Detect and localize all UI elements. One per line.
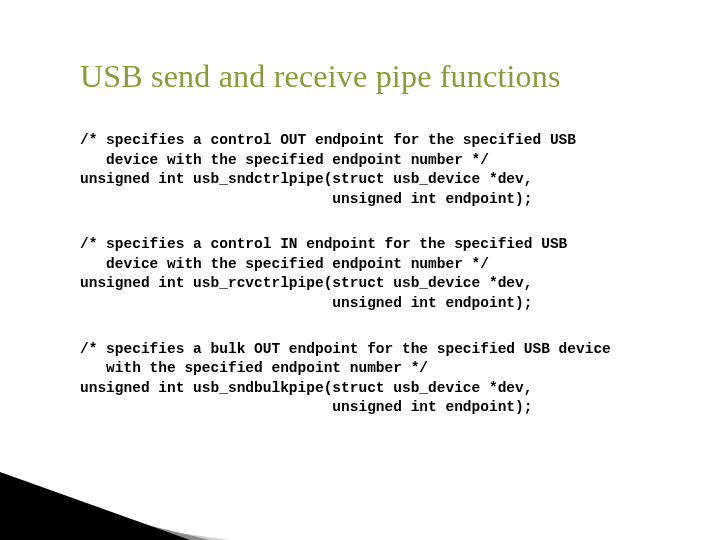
svg-marker-1: [0, 490, 210, 540]
svg-marker-0: [0, 508, 230, 540]
slide: USB send and receive pipe functions /* s…: [0, 0, 720, 540]
code-block-sndctrl: /* specifies a control OUT endpoint for …: [80, 131, 648, 209]
code-block-rcvctrl: /* specifies a control IN endpoint for t…: [80, 235, 648, 313]
corner-wedge-decoration: [0, 450, 230, 540]
code-block-sndbulk: /* specifies a bulk OUT endpoint for the…: [80, 340, 648, 418]
slide-title: USB send and receive pipe functions: [80, 58, 648, 95]
svg-marker-2: [0, 472, 190, 540]
